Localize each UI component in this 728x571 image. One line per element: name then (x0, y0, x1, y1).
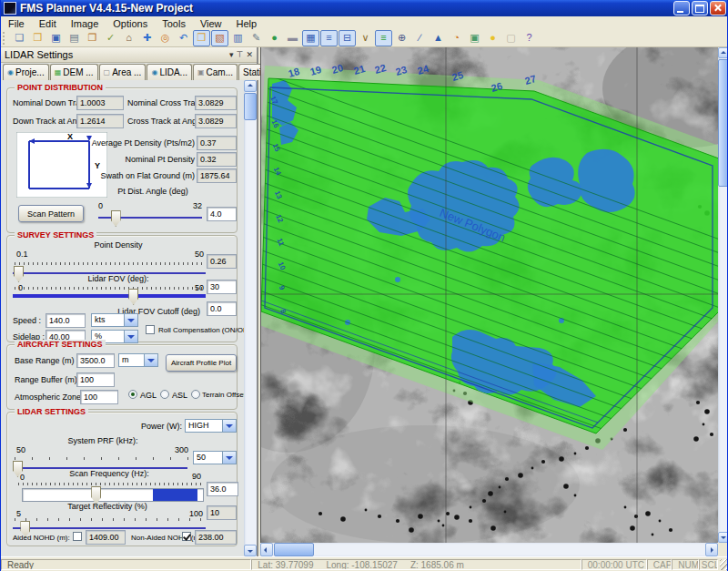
photo-icon[interactable]: ▣ (466, 30, 483, 46)
chevron-down-icon[interactable] (223, 419, 237, 433)
tab-dem[interactable]: ▦DEM ... (50, 64, 98, 80)
cross-section-icon[interactable]: ⊟ (339, 30, 356, 46)
speed-unit-combo[interactable]: kts (91, 313, 138, 327)
folder-view-icon[interactable]: ❒ (193, 30, 210, 46)
edit-page-icon[interactable]: ✎ (248, 30, 265, 46)
scrollbar-thumb[interactable] (274, 543, 314, 556)
help-icon[interactable]: ? (521, 30, 538, 46)
close-panel-icon[interactable]: ✕ (246, 50, 253, 59)
pie-stats-icon[interactable]: ◔ (448, 30, 465, 46)
menu-options[interactable]: Options (106, 18, 155, 29)
export-page-icon[interactable]: ❐ (84, 30, 101, 46)
save-icon[interactable]: ▣ (47, 30, 65, 46)
nominal-down-track-field[interactable]: 1.0003 (76, 96, 124, 110)
film-icon[interactable]: ▬ (284, 30, 301, 46)
atmospheric-zone-field[interactable]: 100 (80, 390, 118, 404)
undo-icon[interactable]: ↶ (175, 30, 192, 46)
scroll-down-button[interactable] (718, 532, 728, 543)
terrain-offset-radio[interactable] (191, 390, 200, 399)
pin-icon[interactable]: ⊤ (237, 50, 244, 59)
draw-line-icon[interactable]: ∕ (411, 30, 429, 46)
base-range-field[interactable]: 3500.0 (76, 353, 115, 368)
tab-camera[interactable]: ▣Cam... (193, 64, 238, 80)
panel-scrollbar[interactable] (244, 80, 257, 556)
scroll-left-button[interactable] (260, 543, 273, 556)
pt-dist-angle-slider[interactable] (98, 217, 202, 219)
image-view-icon[interactable]: ▧ (211, 30, 228, 46)
map-view[interactable]: 18192021222324252627 171615141312111098 … (260, 47, 719, 543)
target-reflectivity-slider[interactable] (13, 527, 206, 529)
pan-icon[interactable]: ✚ (138, 30, 156, 46)
scan-frequency-value[interactable]: 36.0 (207, 482, 238, 496)
map-horizontal-scrollbar[interactable] (260, 543, 718, 556)
range-buffer-field[interactable]: 100 (76, 372, 115, 387)
resize-grip[interactable] (720, 559, 728, 570)
aircraft-profile-plot-button[interactable]: Aircraft Profile Plot (166, 354, 237, 372)
tab-lidar[interactable]: ◉LIDA... (147, 64, 192, 80)
scan-frequency-bar[interactable] (22, 488, 204, 502)
elevation-icon[interactable]: ▲ (430, 30, 447, 46)
digitize-icon[interactable]: ✓ (102, 30, 119, 46)
scroll-up-button[interactable] (244, 80, 257, 92)
scan-pattern-button[interactable]: Scan Pattern (18, 205, 84, 222)
close-button[interactable] (710, 1, 726, 15)
disabled-tool-icon[interactable]: ▢ (502, 30, 520, 46)
lidar-fov-slider[interactable] (13, 294, 206, 298)
base-range-unit-combo[interactable]: m (118, 353, 158, 367)
chevron-down-icon[interactable] (145, 353, 158, 367)
swath-field[interactable]: 1875.64 (197, 168, 237, 183)
slider-thumb[interactable] (14, 266, 24, 282)
menu-file[interactable]: File (1, 18, 32, 29)
power-combo[interactable]: HIGH (185, 419, 237, 433)
chevron-down-icon[interactable] (223, 451, 237, 464)
slider-thumb[interactable] (111, 210, 121, 227)
grid-view-icon[interactable]: ▦ (302, 30, 319, 46)
scroll-up-button[interactable] (718, 47, 728, 58)
snap-line-icon[interactable]: ∨ (357, 30, 374, 46)
menu-help[interactable]: Help (229, 18, 265, 29)
flight-lines-icon[interactable]: ≡ (375, 30, 392, 46)
chevron-down-icon[interactable]: ▾ (229, 50, 234, 59)
menu-edit[interactable]: Edit (32, 18, 64, 29)
target-reflectivity-value[interactable]: 10 (207, 505, 237, 520)
point-density-value[interactable]: 0.26 (207, 254, 237, 269)
chevron-down-icon[interactable] (125, 313, 138, 327)
nominal-pt-density-field[interactable]: 0.32 (197, 152, 237, 167)
open-folder-icon[interactable]: ❒ (29, 30, 46, 46)
cross-track-angle-field[interactable]: 3.0829 (195, 114, 237, 128)
down-track-angle-field[interactable]: 1.2614 (76, 114, 124, 128)
slider-thumb[interactable] (128, 289, 138, 305)
prf-combo[interactable]: 50 (193, 451, 237, 464)
lidar-fov-value[interactable]: 30 (207, 280, 237, 294)
maximize-button[interactable] (692, 1, 708, 15)
tab-area[interactable]: ▢Area ... (99, 64, 147, 80)
aided-nohd-checkbox[interactable] (73, 532, 82, 541)
center-target-icon[interactable]: ◎ (157, 30, 174, 46)
scrollbar-thumb[interactable] (718, 59, 728, 187)
scrollbar-thumb[interactable] (244, 93, 257, 120)
menu-view[interactable]: View (193, 18, 229, 29)
non-aided-nohd-field[interactable]: 238.00 (195, 530, 237, 545)
roll-compensation-checkbox[interactable] (146, 325, 155, 334)
pt-dist-angle-value[interactable]: 4.0 (207, 207, 237, 221)
agl-radio[interactable] (128, 390, 137, 399)
scroll-down-button[interactable] (244, 545, 257, 556)
zoom-home-icon[interactable]: ⌂ (120, 30, 137, 46)
chevron-down-icon[interactable] (125, 330, 138, 343)
aided-nohd-field[interactable]: 1409.00 (86, 530, 126, 545)
tab-project[interactable]: ◉Proje... (3, 64, 49, 80)
asl-radio[interactable] (160, 390, 169, 399)
profile-view-icon[interactable]: ≡ (320, 30, 338, 46)
non-aided-nohd-checkbox[interactable] (182, 532, 191, 541)
print-icon[interactable]: ▤ (66, 30, 83, 46)
zoom-region-icon[interactable]: ⊕ (393, 30, 410, 46)
speed-field[interactable]: 140.0 (46, 313, 86, 328)
menu-image[interactable]: Image (64, 18, 106, 29)
toolbar-grip[interactable] (3, 32, 7, 45)
scroll-right-button[interactable] (705, 543, 718, 556)
fov-cutoff-value[interactable]: 0.0 (207, 301, 237, 316)
map-canvas[interactable]: 18192021222324252627 171615141312111098 … (261, 47, 719, 543)
marker-icon[interactable]: ● (484, 30, 501, 46)
globe-icon[interactable]: ● (266, 30, 283, 46)
new-file-icon[interactable]: ❏ (11, 30, 28, 46)
